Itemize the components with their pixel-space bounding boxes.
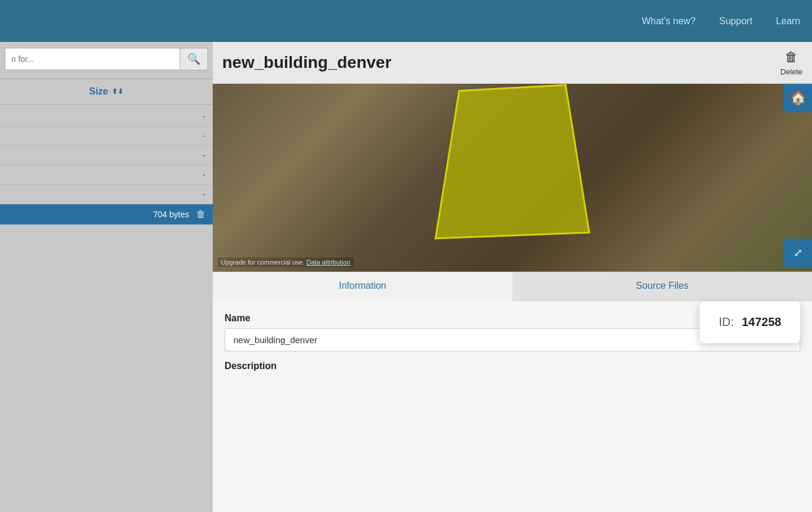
active-file-row[interactable]: 704 bytes 🗑 [0,204,213,225]
id-label: ID: [719,315,734,328]
file-row[interactable]: - [0,165,213,185]
home-button[interactable]: 🏠 [784,84,812,112]
sort-icon: ⬆⬇ [112,87,124,96]
main-layout: 🔍 Size ⬆⬇ - - - - - 7 [0,42,812,512]
active-file-size: 704 bytes [153,210,189,219]
home-icon: 🏠 [790,90,806,106]
expand-button[interactable]: ⤢ [784,239,812,267]
content-area: new_building_denver 🗑 Delete Upgrade for… [213,42,812,512]
size-label: Size [89,86,108,97]
file-size: - [203,151,206,160]
polygon-container [406,84,619,259]
top-nav: What's new? Support Learn [0,0,812,42]
trash-icon: 🗑 [785,50,798,65]
tab-information[interactable]: Information [213,272,512,301]
info-panel: Name new_building_denver Description ID:… [213,301,812,513]
learn-link[interactable]: Learn [776,16,800,27]
file-row[interactable]: - [0,185,213,204]
search-button[interactable]: 🔍 [180,48,208,70]
search-bar: 🔍 [0,42,213,76]
description-label: Description [225,361,800,371]
map-attribution: Upgrade for commercial use. Data attribu… [217,257,354,267]
file-size: - [203,190,206,199]
svg-marker-0 [436,85,589,239]
polygon-svg [406,84,619,256]
id-tooltip: ID: 147258 [700,301,800,343]
file-row[interactable]: - [0,107,213,126]
content-header: new_building_denver 🗑 Delete [213,42,812,84]
search-input[interactable] [5,48,180,70]
delete-button[interactable]: 🗑 Delete [780,50,803,76]
support-link[interactable]: Support [719,16,752,27]
search-icon: 🔍 [187,53,200,66]
delete-label: Delete [780,67,803,76]
page-title: new_building_denver [222,53,391,72]
file-size: - [203,112,206,121]
file-size: - [203,131,206,141]
data-attribution-link[interactable]: Data attribution [306,259,350,266]
id-value: 147258 [742,315,781,328]
map-container: Upgrade for commercial use. Data attribu… [213,84,812,272]
sidebar-divider [0,79,213,79]
file-list: - - - - - 704 bytes 🗑 [0,107,213,512]
size-header[interactable]: Size ⬆⬇ [0,81,213,102]
file-row[interactable]: - [0,146,213,165]
file-row[interactable]: - [0,126,213,146]
tab-source-files[interactable]: Source Files [512,272,812,301]
row-delete-icon[interactable]: 🗑 [196,209,206,220]
whats-new-link[interactable]: What's new? [642,16,696,27]
file-size: - [203,170,206,180]
expand-icon: ⤢ [794,246,803,259]
tabs-bar: Information Source Files [213,272,812,301]
sidebar: 🔍 Size ⬆⬇ - - - - - 7 [0,42,213,512]
size-header-divider [0,104,213,105]
